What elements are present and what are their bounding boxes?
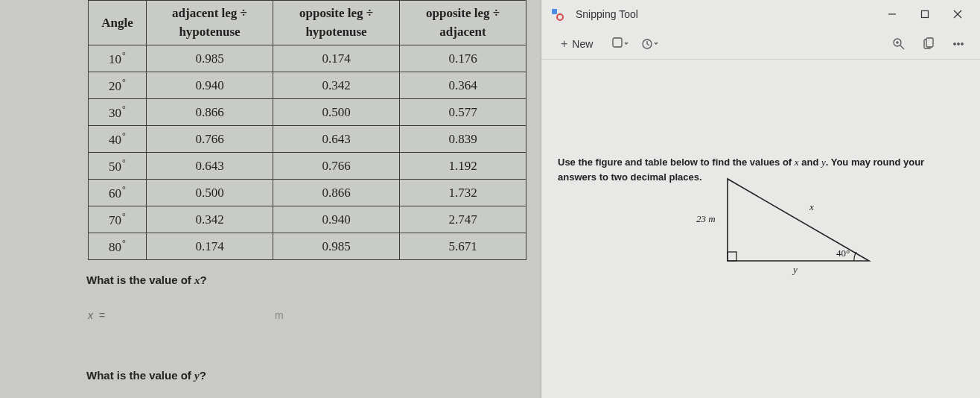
zoom-icon[interactable] (888, 33, 910, 55)
svg-rect-13 (926, 38, 933, 47)
question-x: What is the value of x? (86, 274, 541, 287)
titlebar: Snipping Tool (541, 0, 980, 28)
side-23m-label: 23 m (696, 213, 716, 225)
table-row: 40°0.7660.6430.839 (89, 126, 526, 153)
table-row: 60°0.5000.8661.732 (89, 180, 526, 206)
col-header-opp-adj-top: opposite leg ÷ (400, 1, 526, 23)
hypotenuse-x-label: x (809, 201, 814, 213)
svg-line-9 (900, 45, 904, 49)
table-row: 50°0.6430.7661.192 (89, 153, 526, 180)
col-header-adj-hyp-bot: hypotenuse (147, 23, 273, 45)
svg-point-1 (557, 14, 563, 20)
col-header-opp-adj-bot: adjacent (400, 23, 526, 45)
svg-point-15 (958, 42, 960, 45)
table-row: 10°0.9850.1740.176 (89, 45, 526, 72)
snipping-tool-icon (550, 7, 564, 21)
close-button[interactable] (941, 0, 974, 28)
plus-icon: + (561, 37, 567, 51)
app-title: Snipping Tool (576, 8, 638, 20)
maximize-button[interactable] (909, 0, 941, 28)
toolbar: + New (541, 28, 980, 60)
snipping-tool-window: Snipping Tool + New Use the (541, 0, 980, 398)
snip-mode-dropdown[interactable] (609, 33, 631, 55)
delay-dropdown[interactable] (639, 33, 661, 55)
svg-rect-3 (922, 11, 929, 18)
more-icon[interactable] (947, 33, 970, 55)
svg-point-16 (961, 42, 964, 45)
question-y: What is the value of y? (86, 369, 541, 382)
trig-ratio-table: Angle adjacent leg ÷ opposite leg ÷ oppo… (88, 0, 526, 260)
new-button[interactable]: + New (552, 34, 602, 54)
minimize-button[interactable] (876, 0, 909, 28)
angle-40-label: 40° (836, 247, 850, 259)
table-row: 30°0.8660.5000.577 (89, 99, 526, 126)
col-header-angle: Angle (89, 1, 147, 45)
svg-rect-6 (613, 38, 622, 47)
answer-row-x: x = m (88, 309, 541, 321)
svg-point-14 (954, 42, 956, 45)
svg-rect-18 (728, 252, 736, 261)
triangle-figure: 23 m x 40° y (705, 164, 884, 278)
svg-rect-0 (552, 9, 557, 14)
copy-icon[interactable] (917, 33, 940, 55)
col-header-opp-hyp-top: opposite leg ÷ (273, 1, 400, 23)
table-row: 70°0.3420.9402.747 (89, 206, 526, 233)
base-y-label: y (793, 264, 798, 276)
table-row: 80°0.1740.9855.671 (89, 233, 526, 260)
col-header-opp-hyp-bot: hypotenuse (273, 23, 400, 45)
captured-content: Use the figure and table below to find t… (541, 60, 980, 398)
col-header-adj-hyp-top: adjacent leg ÷ (147, 1, 273, 23)
table-row: 20°0.9400.3420.364 (89, 72, 526, 99)
